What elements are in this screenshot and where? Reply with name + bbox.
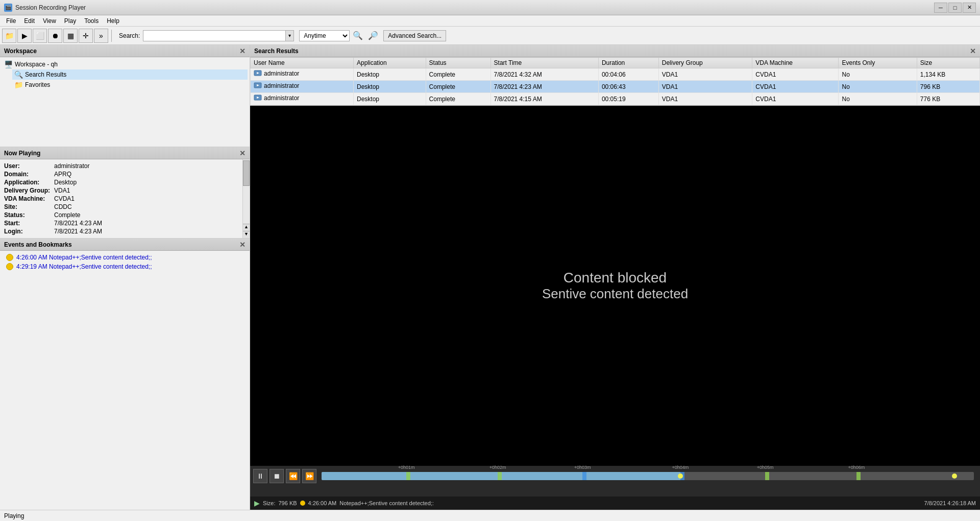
pause-button[interactable]: ⏸ (253, 469, 267, 483)
stop-button[interactable]: ⬜ (33, 29, 47, 43)
workspace-favorites[interactable]: 📁 Favorites (12, 80, 248, 90)
cell-start-time: 7/8/2021 4:32 AM (491, 68, 598, 81)
search-go-button[interactable]: 🔍 (351, 29, 365, 43)
site-label: Site: (4, 203, 50, 210)
table-row[interactable]: administrator Desktop Complete 7/8/2021 … (251, 81, 980, 93)
maximize-button[interactable]: □ (948, 3, 962, 13)
playhead-dot-end[interactable] (952, 473, 957, 479)
timeline[interactable]: +0h01m +0h02m +0h03m +0h04m +0h05m (322, 469, 974, 483)
col-vda-machine[interactable]: VDA Machine (752, 58, 839, 68)
col-status[interactable]: Status (426, 58, 491, 68)
timeline-track[interactable]: +0h01m +0h02m +0h03m +0h04m +0h05m (322, 472, 974, 480)
toolbar-separator (111, 30, 112, 42)
col-user-name[interactable]: User Name (251, 58, 354, 68)
player-controls: ⏸ ⏹ ⏪ ⏩ +0h01m +0h02m + (250, 466, 980, 496)
timeline-label: +0h04m (672, 465, 689, 470)
timeline-label: +0h02m (489, 465, 506, 470)
table-row[interactable]: administrator Desktop Complete 7/8/2021 … (251, 68, 980, 81)
event-indicator-dot (300, 501, 305, 506)
workspace-close-button[interactable]: ✕ (239, 47, 246, 55)
list-item[interactable]: 4:26:00 AM Notepad++;Sentive content det… (2, 253, 248, 262)
cell-user: administrator (251, 81, 354, 93)
menu-tools[interactable]: Tools (80, 16, 103, 26)
size-value: 796 KB (278, 500, 297, 506)
events-header: Events and Bookmarks ✕ (0, 239, 250, 251)
stop-button[interactable]: ⏹ (270, 469, 284, 483)
cell-duration: 00:05:19 (598, 93, 658, 105)
workspace-root-icon: 🖥️ (4, 60, 13, 68)
search-results-icon: 🔍 (14, 70, 23, 79)
workspace-root[interactable]: 🖥️ Workspace - qh (2, 59, 248, 69)
row-icon-wrap: administrator (254, 94, 299, 102)
now-playing-close-button[interactable]: ✕ (239, 149, 246, 157)
window-controls[interactable]: ─ □ ✕ (934, 3, 976, 13)
event-text: 4:29:19 AM Notepad++;Sentive content det… (16, 263, 152, 270)
cell-events-only: No (839, 81, 917, 93)
size-label: Size: (263, 500, 275, 506)
workspace-search-results[interactable]: 🔍 Search Results (12, 69, 248, 80)
search-clear-button[interactable]: 🔎 (366, 29, 380, 43)
col-events-only[interactable]: Events Only (839, 58, 917, 68)
time-select[interactable]: Anytime Today Last 7 days Last 30 days (299, 30, 350, 41)
open-button[interactable]: 📁 (2, 29, 16, 43)
menu-view[interactable]: View (39, 16, 60, 26)
vda-machine-label: VDA Machine: (4, 195, 50, 202)
record-button[interactable]: ⏺ (48, 29, 62, 43)
move-button[interactable]: ✛ (79, 29, 93, 43)
col-size[interactable]: Size (917, 58, 979, 68)
timeline-marker: +0h01m (406, 472, 410, 480)
col-delivery-group[interactable]: Delivery Group (658, 58, 752, 68)
more-button[interactable]: » (94, 29, 108, 43)
advanced-search-button[interactable]: Advanced Search... (383, 30, 446, 41)
events-close-button[interactable]: ✕ (239, 241, 246, 249)
status-bar: Playing (0, 510, 980, 521)
workspace-children: 🔍 Search Results 📁 Favorites (12, 69, 248, 90)
vda-machine-value: CVDA1 (54, 195, 238, 202)
menu-help[interactable]: Help (103, 16, 124, 26)
col-application[interactable]: Application (354, 58, 426, 68)
menu-edit[interactable]: Edit (20, 16, 39, 26)
left-panel: Workspace ✕ 🖥️ Workspace - qh 🔍 Search R… (0, 45, 250, 510)
event-text: 4:26:00 AM Notepad++;Sentive content det… (16, 254, 152, 261)
search-input[interactable] (143, 30, 286, 41)
favorites-icon: 📁 (14, 81, 23, 89)
now-playing-scrollbar[interactable]: ▲ ▼ (242, 159, 250, 238)
minimize-button[interactable]: ─ (934, 3, 947, 13)
menu-play[interactable]: Play (60, 16, 80, 26)
video-content: Content blocked Sentive content detected (542, 270, 688, 302)
event-time: 4:26:00 AM (308, 500, 337, 506)
col-start-time[interactable]: Start Time (491, 58, 598, 68)
scroll-down-button[interactable]: ▼ (243, 231, 250, 238)
login-label: Login: (4, 228, 50, 235)
cell-status: Complete (426, 81, 491, 93)
now-playing-content: User: administrator Domain: APRQ Applica… (0, 159, 242, 238)
search-results-close-button[interactable]: ✕ (970, 47, 976, 55)
timeline-label: +0h05m (757, 465, 774, 470)
now-playing-grid: User: administrator Domain: APRQ Applica… (0, 159, 242, 238)
col-duration[interactable]: Duration (598, 58, 658, 68)
user-label: User: (4, 162, 50, 170)
app-icon: 🎬 (4, 4, 12, 12)
user-value: administrator (54, 162, 238, 170)
search-dropdown[interactable]: ▾ (286, 30, 294, 41)
workspace-content: 🖥️ Workspace - qh 🔍 Search Results 📁 Fav… (0, 57, 250, 147)
scrollbar-thumb[interactable] (243, 160, 250, 186)
close-button[interactable]: ✕ (963, 3, 976, 13)
now-playing-header: Now Playing ✕ (0, 147, 250, 159)
play-button[interactable]: ▶ (17, 29, 32, 43)
fast-forward-button[interactable]: ⏩ (302, 469, 316, 483)
play-icon[interactable]: ▶ (254, 499, 260, 507)
table-row[interactable]: administrator Desktop Complete 7/8/2021 … (251, 93, 980, 105)
search-results-title: Search Results (254, 48, 299, 55)
list-item[interactable]: 4:29:19 AM Notepad++;Sentive content det… (2, 262, 248, 271)
scroll-up-button[interactable]: ▲ (243, 224, 250, 231)
events-content: 4:26:00 AM Notepad++;Sentive content det… (0, 251, 250, 510)
menu-file[interactable]: File (2, 16, 20, 26)
rewind-button[interactable]: ⏪ (286, 469, 300, 483)
tile-button[interactable]: ▦ (63, 29, 78, 43)
recording-icon (254, 69, 262, 78)
playhead-dot[interactable] (678, 473, 683, 479)
timeline-marker: +0h03m (582, 472, 586, 480)
results-tbody: administrator Desktop Complete 7/8/2021 … (251, 68, 980, 105)
event-dot-icon (6, 263, 13, 270)
